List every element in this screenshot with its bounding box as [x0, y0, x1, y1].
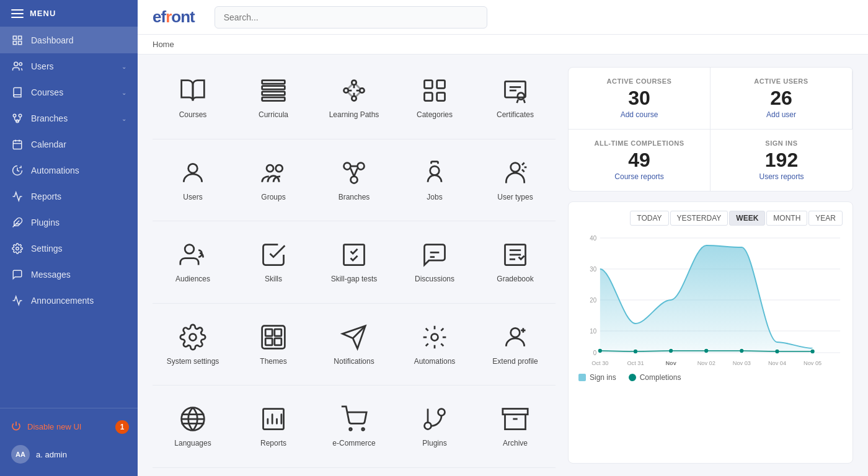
chevron-down-icon: ⌄ — [122, 63, 126, 70]
svg-point-37 — [358, 162, 365, 169]
svg-text:30: 30 — [590, 266, 596, 273]
sidebar-item-dashboard[interactable]: Dashboard — [0, 27, 138, 53]
grid-item-gradebook[interactable]: Gradebook — [475, 231, 556, 293]
grid-item-categories[interactable]: Categories — [394, 67, 475, 129]
grid-item-languages[interactable]: Languages — [153, 395, 233, 457]
grid-item-themes[interactable]: Themes — [233, 314, 314, 376]
sidebar-item-courses[interactable]: Courses ⌄ — [0, 79, 138, 105]
audiences-icon — [178, 240, 208, 270]
user-name: a. admin — [36, 450, 67, 459]
svg-text:Nov: Nov — [665, 360, 676, 366]
grid-item-learning-paths[interactable]: Learning Paths — [314, 67, 394, 129]
svg-point-41 — [185, 245, 194, 254]
skills-icon — [259, 240, 288, 270]
sidebar-item-reports[interactable]: Reports — [0, 183, 138, 209]
grid-item-courses[interactable]: Courses — [153, 67, 233, 129]
active-courses-title: ACTIVE COURSES — [581, 77, 698, 85]
chart-tab-year[interactable]: YEAR — [808, 211, 843, 226]
add-course-link[interactable]: Add course — [581, 110, 698, 119]
sidebar-label-settings: Settings — [31, 244, 126, 253]
grid-item-system-settings[interactable]: System settings — [153, 314, 233, 376]
grid-item-groups[interactable]: Groups — [233, 149, 314, 211]
grid-item-extend-profile[interactable]: Extend profile — [475, 314, 556, 376]
dashboard-icon — [11, 34, 24, 46]
grid-section-4: System settings Themes — [153, 314, 556, 386]
grid-label-archive: Archive — [503, 439, 528, 449]
grid-section-1: Courses Curricula — [153, 67, 556, 139]
messages-icon — [11, 268, 24, 281]
grid-item-users[interactable]: Users — [153, 149, 233, 211]
course-reports-link[interactable]: Course reports — [581, 172, 698, 181]
sidebar-item-calendar[interactable]: Calendar — [0, 131, 138, 157]
sidebar-item-messages[interactable]: Messages — [0, 262, 138, 288]
grid-label-audiences: Audiences — [175, 275, 210, 284]
topbar: efront — [138, 0, 868, 35]
grid-item-curricula[interactable]: Curricula — [233, 67, 314, 129]
stat-active-users: ACTIVE USERS 26 Add user — [711, 68, 852, 129]
chart-tab-yesterday[interactable]: YESTERDAY — [670, 211, 728, 226]
svg-rect-1 — [19, 36, 22, 39]
svg-rect-28 — [437, 93, 445, 101]
svg-point-40 — [511, 162, 520, 172]
automations2-icon — [420, 322, 450, 352]
grid-label-user-types: User types — [497, 193, 533, 203]
user-profile[interactable]: AA a. admin — [0, 439, 138, 470]
sidebar-item-users[interactable]: Users ⌄ — [0, 53, 138, 79]
avatar: AA — [11, 445, 30, 464]
svg-point-5 — [19, 63, 22, 66]
users-icon — [11, 60, 24, 73]
chart-tab-week[interactable]: WEEK — [729, 211, 765, 226]
jobs-icon — [420, 158, 450, 188]
grid-item-notifications[interactable]: Notifications — [314, 314, 394, 376]
grid-item-automations2[interactable]: Automations — [394, 314, 475, 376]
sidebar-label-calendar: Calendar — [31, 139, 126, 149]
grid-label-jobs: Jobs — [427, 193, 442, 203]
grid-item-certificates[interactable]: Certificates — [475, 67, 556, 129]
menu-header[interactable]: MENU — [0, 0, 138, 27]
sidebar-item-announcements[interactable]: Announcements — [0, 288, 138, 314]
sidebar-item-settings[interactable]: Settings — [0, 236, 138, 262]
svg-point-21 — [344, 88, 348, 92]
grid-item-plugins2[interactable]: Plugins — [394, 395, 475, 457]
sidebar-item-automations[interactable]: Automations — [0, 157, 138, 183]
chart-tab-month[interactable]: MONTH — [766, 211, 807, 226]
users-reports-link[interactable]: Users reports — [723, 172, 840, 181]
search-input[interactable] — [215, 6, 487, 29]
languages-icon — [178, 404, 208, 434]
grid-item-discussions[interactable]: Discussions — [394, 231, 475, 293]
svg-rect-25 — [425, 81, 433, 89]
power-icon — [11, 421, 21, 433]
sidebar-label-announcements: Announcements — [31, 296, 126, 306]
grid-item-user-types[interactable]: User types — [475, 149, 556, 211]
grid-item-branches[interactable]: Branches — [314, 149, 394, 211]
stat-completions: ALL-TIME COMPLETIONS 49 Course reports — [569, 129, 711, 191]
chart-svg: 40 30 20 10 0 — [578, 232, 843, 368]
grid-item-skills[interactable]: Skills — [233, 231, 314, 293]
sidebar-item-plugins[interactable]: Plugins — [0, 209, 138, 236]
svg-rect-19 — [262, 92, 285, 95]
grid-label-users: Users — [183, 193, 202, 203]
grid-item-reports2[interactable]: Reports — [233, 395, 314, 457]
grid-item-jobs[interactable]: Jobs — [394, 149, 475, 211]
grid-item-ecommerce[interactable]: e-Commerce — [314, 395, 394, 457]
svg-point-4 — [14, 62, 18, 66]
sidebar-item-branches[interactable]: Branches ⌄ — [0, 105, 138, 131]
hamburger-icon[interactable] — [11, 9, 24, 18]
add-user-link[interactable]: Add user — [723, 110, 839, 119]
sidebar-nav: Dashboard Users ⌄ Courses ⌄ Branches ⌄ — [0, 27, 138, 408]
active-users-value: 26 — [723, 87, 839, 109]
svg-point-24 — [352, 96, 356, 100]
themes-icon — [259, 322, 288, 352]
disable-ui-button[interactable]: Disable new UI 1 — [0, 415, 138, 439]
chart-tab-today[interactable]: TODAY — [630, 211, 668, 226]
svg-text:40: 40 — [590, 235, 596, 242]
branches-icon — [11, 112, 24, 125]
breadcrumb-text: Home — [153, 40, 174, 49]
grid-item-skill-gap[interactable]: Skill-gap tests — [314, 231, 394, 293]
grid-label-themes: Themes — [260, 357, 286, 367]
grid-item-archive[interactable]: Archive — [475, 395, 556, 457]
grid-item-audiences[interactable]: Audiences — [153, 231, 233, 293]
settings-icon — [11, 242, 24, 255]
grid-label-courses: Courses — [179, 110, 207, 120]
svg-rect-52 — [275, 329, 281, 336]
